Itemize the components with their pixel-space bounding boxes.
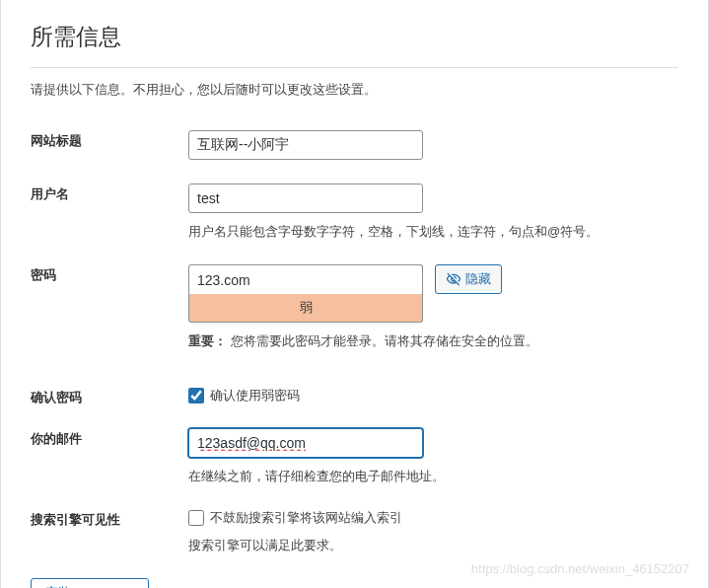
site-title-input[interactable] [188,130,423,160]
hide-password-label: 隐藏 [465,270,491,288]
label-email: 你的邮件 [31,418,188,499]
label-username: 用户名 [31,174,188,255]
important-text: 您将需要此密码才能登录。请将其存储在安全的位置。 [231,333,538,348]
confirm-weak-password-label[interactable]: 确认使用弱密码 [210,387,300,404]
confirm-weak-password-checkbox[interactable] [188,388,204,404]
password-input[interactable] [188,264,423,294]
label-password: 密码 [31,255,188,377]
intro-text: 请提供以下信息。不用担心，您以后随时可以更改这些设置。 [31,81,678,99]
install-wordpress-button[interactable]: 安装WordPress [31,578,149,588]
email-input[interactable] [188,428,423,458]
password-important-msg: 重要： 您将需要此密码才能登录。请将其存储在安全的位置。 [188,332,678,350]
form-table: 网站标题 用户名 用户名只能包含字母数字字符，空格，下划线，连字符，句点和@符号… [31,120,678,568]
username-hint: 用户名只能包含字母数字字符，空格，下划线，连字符，句点和@符号。 [188,223,678,241]
label-search-visibility: 搜索引擎可见性 [31,499,188,568]
search-visibility-label[interactable]: 不鼓励搜索引擎将该网站编入索引 [210,509,402,527]
important-prefix: 重要： [188,333,227,348]
label-site-title: 网站标题 [31,120,188,174]
page-title: 所需信息 [31,22,678,68]
hide-password-button[interactable]: 隐藏 [435,264,502,294]
username-input[interactable] [188,184,423,213]
search-visibility-checkbox[interactable] [188,510,204,526]
eye-slash-icon [446,271,461,287]
install-form-container: 所需信息 请提供以下信息。不用担心，您以后随时可以更改这些设置。 网站标题 用户… [0,0,709,588]
email-hint: 在继续之前，请仔细检查您的电子邮件地址。 [188,468,678,485]
search-hint: 搜索引擎可以满足此要求。 [188,537,678,554]
password-strength-meter: 弱 [188,294,423,323]
label-confirm-password: 确认密码 [31,377,188,418]
